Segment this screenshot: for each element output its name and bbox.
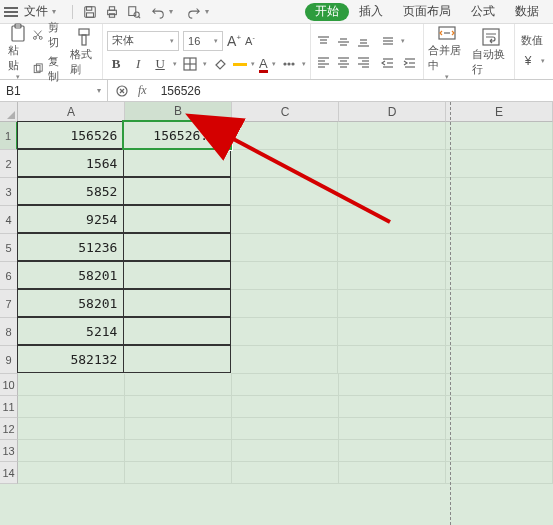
row-header-10[interactable]: 10 bbox=[0, 374, 18, 396]
increase-font-icon[interactable]: A+ bbox=[227, 33, 241, 49]
number-format-select[interactable]: 数值 bbox=[521, 33, 543, 48]
tab-data[interactable]: 数据 bbox=[505, 0, 549, 23]
cell-D9[interactable] bbox=[338, 346, 445, 374]
tab-page-layout[interactable]: 页面布局 bbox=[393, 0, 461, 23]
file-dropdown-icon[interactable]: ▾ bbox=[52, 7, 56, 16]
cell-A5[interactable]: 51236 bbox=[17, 233, 124, 261]
cell-C13[interactable] bbox=[232, 440, 339, 462]
cell-C3[interactable] bbox=[231, 178, 338, 206]
cancel-formula-icon[interactable] bbox=[114, 82, 130, 100]
cell-C2[interactable] bbox=[231, 150, 338, 178]
cell-B13[interactable] bbox=[125, 440, 232, 462]
column-header-C[interactable]: C bbox=[232, 102, 339, 122]
menu-icon[interactable] bbox=[4, 7, 18, 17]
more-font-icon[interactable] bbox=[280, 55, 298, 73]
format-painter-button[interactable]: 格式刷 bbox=[70, 27, 98, 77]
cell-D13[interactable] bbox=[339, 440, 446, 462]
cell-A14[interactable] bbox=[18, 462, 125, 484]
cell-E12[interactable] bbox=[446, 418, 553, 440]
row-header-3[interactable]: 3 bbox=[0, 178, 18, 206]
orientation-icon[interactable] bbox=[379, 32, 397, 50]
cell-B12[interactable] bbox=[125, 418, 232, 440]
fx-icon[interactable]: fx bbox=[138, 83, 147, 98]
cell-A9[interactable]: 582132 bbox=[17, 345, 124, 373]
cell-D6[interactable] bbox=[338, 262, 445, 290]
align-right-icon[interactable] bbox=[355, 53, 373, 71]
cell-A1[interactable]: 156526 bbox=[17, 121, 124, 149]
align-left-icon[interactable] bbox=[315, 53, 333, 71]
cell-E3[interactable] bbox=[446, 178, 553, 206]
cell-D5[interactable] bbox=[338, 234, 445, 262]
print-preview-icon[interactable] bbox=[125, 3, 143, 21]
cell-C8[interactable] bbox=[231, 318, 338, 346]
row-header-13[interactable]: 13 bbox=[0, 440, 18, 462]
cell-A4[interactable]: 9254 bbox=[17, 205, 124, 233]
decrease-font-icon[interactable]: A- bbox=[245, 34, 255, 47]
cell-D7[interactable] bbox=[338, 290, 445, 318]
row-header-6[interactable]: 6 bbox=[0, 262, 18, 290]
cell-E14[interactable] bbox=[446, 462, 553, 484]
font-name-select[interactable]: 宋体▾ bbox=[107, 31, 179, 51]
wrap-text-button[interactable]: 自动换行 bbox=[472, 27, 510, 77]
cell-A8[interactable]: 5214 bbox=[17, 317, 124, 345]
cell-C12[interactable] bbox=[232, 418, 339, 440]
tab-insert[interactable]: 插入 bbox=[349, 0, 393, 23]
font-color-dropdown[interactable]: ▾ bbox=[272, 60, 276, 68]
border-button[interactable] bbox=[181, 55, 199, 73]
cell-C5[interactable] bbox=[231, 234, 338, 262]
row-header-4[interactable]: 4 bbox=[0, 206, 18, 234]
cell-B3[interactable] bbox=[123, 177, 230, 205]
cell-E2[interactable] bbox=[446, 150, 553, 178]
align-bottom-icon[interactable] bbox=[355, 33, 373, 51]
cell-B10[interactable] bbox=[125, 374, 232, 396]
cell-B14[interactable] bbox=[125, 462, 232, 484]
column-header-E[interactable]: E bbox=[446, 102, 553, 122]
cell-C9[interactable] bbox=[231, 346, 338, 374]
cell-B11[interactable] bbox=[125, 396, 232, 418]
cut-button[interactable]: 剪切 bbox=[32, 20, 66, 50]
cell-A12[interactable] bbox=[18, 418, 125, 440]
cell-C7[interactable] bbox=[231, 290, 338, 318]
formula-bar-value[interactable]: 156526 bbox=[161, 84, 201, 98]
indent-increase-icon[interactable] bbox=[401, 54, 419, 72]
italic-button[interactable]: I bbox=[129, 55, 147, 73]
redo-dropdown-icon[interactable]: ▾ bbox=[205, 7, 209, 16]
border-dropdown[interactable]: ▾ bbox=[203, 60, 207, 68]
namebox-dropdown-icon[interactable]: ▾ bbox=[97, 86, 101, 95]
cell-A10[interactable] bbox=[18, 374, 125, 396]
cell-C11[interactable] bbox=[232, 396, 339, 418]
cell-A3[interactable]: 5852 bbox=[17, 177, 124, 205]
cell-D10[interactable] bbox=[339, 374, 446, 396]
cell-E9[interactable] bbox=[446, 346, 553, 374]
font-color-button[interactable]: A bbox=[259, 56, 268, 71]
cell-D8[interactable] bbox=[338, 318, 445, 346]
tab-start[interactable]: 开始 bbox=[305, 3, 349, 21]
cell-B6[interactable] bbox=[123, 261, 230, 289]
file-menu[interactable]: 文件 bbox=[24, 3, 48, 20]
paste-button[interactable]: 粘贴 ▾ bbox=[8, 23, 28, 81]
underline-dropdown[interactable]: ▾ bbox=[173, 60, 177, 68]
cell-B8[interactable] bbox=[123, 317, 230, 345]
redo-icon[interactable] bbox=[185, 3, 203, 21]
fill-color-button[interactable] bbox=[211, 55, 229, 73]
currency-icon[interactable]: ¥ bbox=[519, 52, 537, 70]
row-header-9[interactable]: 9 bbox=[0, 346, 18, 374]
cell-E1[interactable] bbox=[446, 122, 553, 150]
cell-E13[interactable] bbox=[446, 440, 553, 462]
cell-D1[interactable] bbox=[338, 122, 445, 150]
undo-icon[interactable] bbox=[149, 3, 167, 21]
undo-dropdown-icon[interactable]: ▾ bbox=[169, 7, 173, 16]
row-header-8[interactable]: 8 bbox=[0, 318, 18, 346]
row-header-2[interactable]: 2 bbox=[0, 150, 18, 178]
cell-B5[interactable] bbox=[123, 233, 230, 261]
underline-button[interactable]: U bbox=[151, 55, 169, 73]
cell-D4[interactable] bbox=[338, 206, 445, 234]
row-header-5[interactable]: 5 bbox=[0, 234, 18, 262]
indent-decrease-icon[interactable] bbox=[379, 54, 397, 72]
cell-E11[interactable] bbox=[446, 396, 553, 418]
cell-A7[interactable]: 58201 bbox=[17, 289, 124, 317]
cell-D14[interactable] bbox=[339, 462, 446, 484]
cell-C14[interactable] bbox=[232, 462, 339, 484]
cell-A11[interactable] bbox=[18, 396, 125, 418]
align-middle-icon[interactable] bbox=[335, 33, 353, 51]
